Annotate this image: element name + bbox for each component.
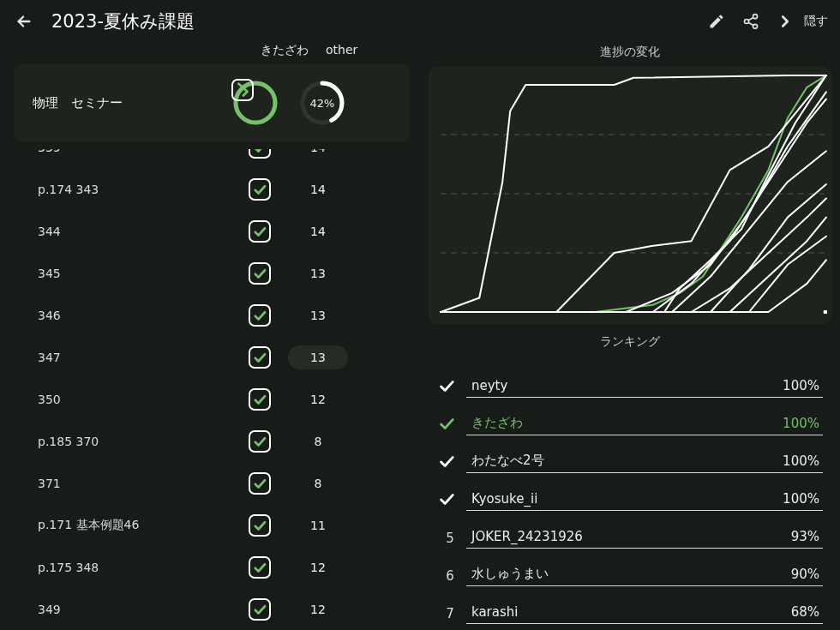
task-row[interactable]: 34513 bbox=[26, 252, 389, 294]
task-checkbox[interactable] bbox=[249, 430, 271, 453]
ranking-percent: 93% bbox=[791, 529, 823, 544]
task-row[interactable]: 3718 bbox=[26, 462, 389, 504]
ranking-username: Kyosuke_ii bbox=[466, 491, 783, 507]
task-checkbox[interactable] bbox=[249, 149, 271, 159]
task-row[interactable]: p.185 3708 bbox=[26, 420, 389, 462]
svg-point-0 bbox=[753, 15, 758, 19]
task-other-count[interactable]: 12 bbox=[288, 387, 348, 411]
task-row[interactable]: p.174 34314 bbox=[26, 168, 389, 210]
back-button[interactable] bbox=[12, 9, 36, 33]
task-row[interactable]: 34414 bbox=[26, 210, 389, 252]
edit-button[interactable] bbox=[703, 8, 730, 35]
task-other-count[interactable]: 14 bbox=[288, 219, 348, 243]
ranking-username: karashi bbox=[466, 604, 791, 620]
task-row[interactable]: 34912 bbox=[26, 588, 389, 630]
column-user: きたざわ bbox=[261, 43, 309, 58]
ranking-list[interactable]: neyty100%きたざわ100%わたなべ2号100%Kyosuke_ii100… bbox=[429, 357, 831, 630]
task-row[interactable]: p.171 基本例題4611 bbox=[26, 504, 389, 546]
ranking-position: 6 bbox=[437, 568, 463, 584]
ranking-row[interactable]: きたざわ100% bbox=[466, 398, 823, 435]
task-name: p.174 343 bbox=[26, 183, 249, 196]
task-row[interactable]: 34713 bbox=[26, 336, 389, 378]
next-button[interactable] bbox=[771, 8, 799, 35]
task-name: 339 bbox=[26, 149, 249, 154]
ranking-row[interactable]: neyty100% bbox=[466, 360, 823, 398]
ranking-row[interactable]: 7karashi68% bbox=[466, 586, 823, 624]
svg-rect-10 bbox=[824, 310, 827, 314]
ranking-panel: neyty100%きたざわ100%わたなべ2号100%Kyosuke_ii100… bbox=[429, 357, 831, 630]
task-other-count[interactable]: 12 bbox=[288, 555, 348, 579]
ranking-row[interactable]: 6水しゅうまい90% bbox=[466, 549, 823, 586]
ranking-percent: 100% bbox=[783, 491, 823, 507]
task-other-count[interactable]: 13 bbox=[288, 345, 348, 369]
column-other: other bbox=[326, 43, 357, 58]
task-other-count[interactable]: 8 bbox=[288, 429, 348, 453]
svg-point-2 bbox=[753, 24, 758, 28]
task-checkbox[interactable] bbox=[249, 346, 271, 369]
task-checkbox[interactable] bbox=[249, 178, 271, 201]
task-panel: きたざわ other 物理 セミナー 42% bbox=[0, 43, 423, 630]
task-other-count[interactable]: 11 bbox=[288, 513, 348, 537]
ranking-percent: 100% bbox=[783, 453, 823, 469]
ranking-username: わたなべ2号 bbox=[466, 453, 783, 469]
ranking-percent: 68% bbox=[791, 604, 823, 620]
task-checkbox[interactable] bbox=[249, 556, 271, 579]
hide-button[interactable]: 隠す bbox=[804, 14, 828, 29]
ranking-percent: 100% bbox=[783, 378, 823, 393]
ranking-row[interactable]: わたなべ2号100% bbox=[466, 435, 823, 473]
task-name: 344 bbox=[26, 225, 249, 238]
task-name: 345 bbox=[26, 267, 249, 280]
top-bar: 2023-夏休み課題 隠す bbox=[0, 0, 840, 43]
task-other-count[interactable]: 14 bbox=[288, 149, 348, 159]
task-other-count[interactable]: 13 bbox=[288, 261, 348, 285]
task-row[interactable]: 34613 bbox=[26, 294, 389, 336]
task-row[interactable]: 35012 bbox=[26, 378, 389, 420]
task-name: p.171 基本例題46 bbox=[26, 518, 249, 533]
task-name: 346 bbox=[26, 309, 249, 322]
ranking-row[interactable]: Kyosuke_ii100% bbox=[466, 473, 823, 511]
ranking-percent: 90% bbox=[791, 567, 823, 582]
page-title: 2023-夏休み課題 bbox=[51, 9, 195, 33]
task-checkbox[interactable] bbox=[249, 388, 271, 411]
task-name: 350 bbox=[26, 393, 249, 406]
task-name: 349 bbox=[26, 603, 249, 616]
share-button[interactable] bbox=[737, 8, 765, 35]
task-row[interactable]: 33914 bbox=[26, 149, 389, 168]
task-checkbox[interactable] bbox=[249, 220, 271, 243]
other-progress-ring: 42% bbox=[298, 79, 346, 127]
ranking-username: neyty bbox=[466, 378, 783, 393]
self-progress-ring bbox=[231, 79, 279, 127]
task-name: p.175 348 bbox=[26, 561, 249, 574]
check-icon bbox=[231, 79, 254, 101]
task-checkbox[interactable] bbox=[249, 514, 271, 537]
task-other-count[interactable]: 12 bbox=[288, 597, 348, 621]
ranking-username: JOKER_24231926 bbox=[466, 529, 791, 544]
svg-point-1 bbox=[745, 20, 749, 24]
ranking-username: 水しゅうまい bbox=[466, 566, 791, 582]
selected-task-name: 物理 セミナー bbox=[26, 95, 231, 111]
ranking-position: 5 bbox=[437, 531, 463, 546]
task-name: 347 bbox=[26, 351, 249, 364]
task-checkbox[interactable] bbox=[249, 262, 271, 285]
task-other-count[interactable]: 8 bbox=[288, 471, 348, 495]
task-list[interactable]: 33914p.174 34314344143451334613347133501… bbox=[0, 149, 423, 630]
ranking-position bbox=[437, 414, 463, 433]
task-other-count[interactable]: 13 bbox=[288, 303, 348, 327]
ranking-username: きたざわ bbox=[466, 415, 783, 431]
ranking-position bbox=[437, 452, 463, 471]
task-checkbox[interactable] bbox=[249, 304, 271, 327]
ranking-position: 7 bbox=[437, 606, 463, 621]
ranking-position bbox=[437, 489, 463, 508]
task-checkbox[interactable] bbox=[249, 472, 271, 495]
ranking-position bbox=[437, 376, 463, 395]
task-row[interactable]: p.175 34812 bbox=[26, 546, 389, 588]
ranking-title: ランキング bbox=[429, 334, 831, 350]
task-other-count[interactable]: 14 bbox=[288, 177, 348, 201]
progress-chart[interactable] bbox=[429, 67, 831, 324]
ranking-row[interactable]: 8kannazuki54% bbox=[466, 624, 823, 630]
ranking-row[interactable]: 5JOKER_2423192693% bbox=[466, 511, 823, 549]
selected-task-card[interactable]: 物理 セミナー 42% bbox=[14, 63, 410, 142]
column-headers: きたざわ other bbox=[0, 43, 423, 63]
chart-title: 進捗の変化 bbox=[429, 45, 831, 60]
task-checkbox[interactable] bbox=[249, 598, 271, 621]
